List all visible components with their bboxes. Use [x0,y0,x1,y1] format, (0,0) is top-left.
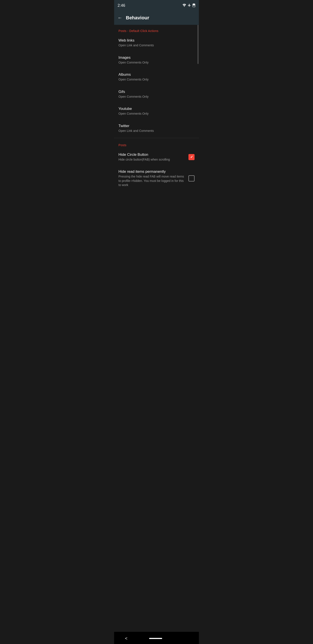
settings-item-title-twitter: Twitter [118,124,195,128]
section-header-posts: Posts [114,139,199,148]
settings-item-subtitle-hide-circle-button: Hide circle button(FAB) when scrolling [118,158,186,162]
settings-item-twitter[interactable]: Twitter Open Link and Comments [114,120,199,137]
section-divider [114,138,199,138]
settings-item-subtitle-hide-read-items: Pressing the hide read FAB will move rea… [118,174,186,187]
settings-item-title-youtube: Youtube [118,106,195,111]
settings-item-title-albums: Albums [118,72,195,77]
settings-item-subtitle-web-links: Open Link and Comments [118,43,195,48]
section-default-click-actions: Posts - Default Click Actions Web links … [114,25,199,137]
content: Posts - Default Click Actions Web links … [114,25,199,206]
wifi-icon [182,4,186,8]
svg-rect-3 [193,4,195,5]
svg-rect-2 [193,3,194,4]
settings-item-text-web-links: Web links Open Link and Comments [118,38,195,48]
status-bar: 2:46 [114,0,199,11]
settings-item-text-albums: Albums Open Comments Only [118,72,195,82]
settings-item-youtube[interactable]: Youtube Open Comments Only [114,103,199,120]
settings-item-text-twitter: Twitter Open Link and Comments [118,124,195,133]
checkmark-hide-circle-button: ✓ [190,155,193,159]
settings-item-web-links[interactable]: Web links Open Link and Comments [114,34,199,52]
settings-item-subtitle-gifs: Open Comments Only [118,95,195,99]
settings-item-title-hide-read-items: Hide read items permanently [118,170,186,174]
settings-item-title-web-links: Web links [118,38,195,43]
settings-item-subtitle-youtube: Open Comments Only [118,112,195,116]
status-time: 2:46 [118,3,125,8]
settings-item-hide-circle-button[interactable]: Hide Circle Button Hide circle button(FA… [114,148,199,166]
airplane-icon [188,4,191,8]
settings-item-text-hide-circle-button: Hide Circle Button Hide circle button(FA… [118,152,186,162]
toolbar: ← Behaviour [114,11,199,25]
back-button[interactable]: ← [118,15,122,21]
battery-icon [192,3,195,8]
settings-item-gifs[interactable]: Gifs Open Comments Only [114,86,199,103]
settings-item-text-hide-read-items: Hide read items permanently Pressing the… [118,170,186,187]
settings-item-text-youtube: Youtube Open Comments Only [118,106,195,116]
settings-item-subtitle-images: Open Comments Only [118,60,195,65]
settings-item-title-images: Images [118,56,195,60]
settings-item-images[interactable]: Images Open Comments Only [114,52,199,69]
page-title: Behaviour [126,15,149,21]
settings-item-albums[interactable]: Albums Open Comments Only [114,68,199,86]
checkbox-hide-circle-button[interactable]: ✓ [188,154,195,160]
nav-back-button[interactable]: < [125,636,128,641]
checkbox-hide-read-items[interactable] [188,175,195,182]
settings-item-text-images: Images Open Comments Only [118,56,195,65]
home-indicator[interactable] [149,638,162,639]
scrollbar[interactable] [198,25,198,64]
settings-item-title-gifs: Gifs [118,90,195,94]
section-posts: Posts Hide Circle Button Hide circle but… [114,139,199,191]
status-icons [182,3,195,8]
settings-item-hide-read-items[interactable]: Hide read items permanently Pressing the… [114,166,199,191]
settings-item-subtitle-albums: Open Comments Only [118,78,195,82]
nav-bar: < [114,632,199,644]
settings-item-subtitle-twitter: Open Link and Comments [118,129,195,133]
section-header-default-click-actions: Posts - Default Click Actions [114,25,199,34]
svg-point-0 [184,6,185,7]
settings-item-text-gifs: Gifs Open Comments Only [118,90,195,99]
settings-item-title-hide-circle-button: Hide Circle Button [118,152,186,157]
